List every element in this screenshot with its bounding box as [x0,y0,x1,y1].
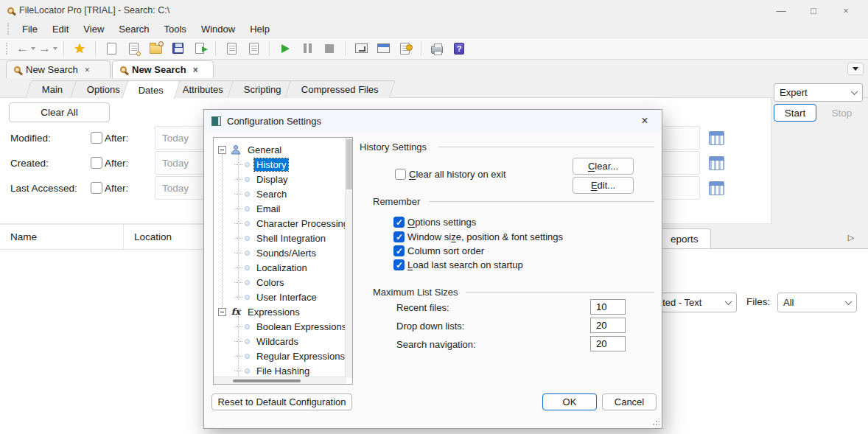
open-criteria-button[interactable] [124,40,143,57]
help-button[interactable]: ? [449,40,469,57]
recent-files-input[interactable] [590,299,626,315]
tab-compressed-files[interactable]: Compressed Files [284,80,396,98]
maximize-button[interactable]: □ [797,0,830,21]
open-button[interactable] [146,40,165,57]
tree-node-file-hashing[interactable]: File Hashing [214,363,345,378]
collapse-icon[interactable] [218,308,226,316]
menu-view[interactable]: View [76,22,111,36]
tree-node-search[interactable]: Search [214,186,345,201]
report-format-combobox[interactable]: ated - Text [651,293,737,312]
menu-window[interactable]: Window [194,22,242,36]
tree-node-general[interactable]: General [214,142,345,157]
new-search-button[interactable] [102,40,121,57]
search-tab-1[interactable]: New Search × [6,60,111,78]
tab-overflow-button[interactable] [847,63,864,75]
modified-label: Modified: [10,133,99,144]
menu-tools[interactable]: Tools [157,22,194,36]
tab-close-icon[interactable]: × [193,65,198,75]
tree-vertical-scrollbar[interactable] [345,138,352,378]
files-combobox[interactable]: All [777,293,857,312]
preview-boxed-button[interactable] [244,40,263,57]
back-button[interactable]: ← [16,40,35,57]
search-mode-combobox[interactable]: Expert [774,83,863,102]
reset-default-configuration-button[interactable]: Reset to Default Configuration [211,393,352,410]
menu-help[interactable]: Help [242,22,277,36]
ok-button[interactable]: OK [542,393,597,410]
start-button[interactable]: Start [774,104,816,122]
scrollbar-thumb[interactable] [346,139,352,189]
modified-after-checkbox[interactable] [91,132,102,144]
toggle-results-button[interactable] [351,40,371,57]
menu-edit[interactable]: Edit [45,22,76,36]
clear-button[interactable]: Clear... [573,158,634,175]
expand-panel-button[interactable]: ▷ [844,231,858,244]
search-navigation-input[interactable] [590,336,626,351]
recent-files-label: Recent files: [396,302,449,313]
load-last-search-checkbox[interactable] [393,259,405,270]
start-search-toolbar-button[interactable] [276,40,295,57]
column-header-name[interactable]: Name [0,225,124,249]
export-button[interactable] [190,40,209,57]
layout-button[interactable] [374,40,393,57]
stop-button[interactable]: Stop [821,104,863,122]
tree-node-colors[interactable]: Colors [214,275,345,290]
forward-button[interactable]: → [38,40,57,57]
created-after: After: [91,157,128,169]
tab-close-icon[interactable]: × [85,65,90,75]
save-button[interactable] [168,40,187,57]
options-settings-checkbox[interactable] [393,217,405,228]
clear-all-button[interactable]: Clear All [9,102,110,122]
tree-node-localization[interactable]: Localization [214,260,345,275]
tree-node-user-interface[interactable]: User Interface [214,290,345,304]
tree-node-expressions[interactable]: fx Expressions [214,304,345,319]
dialog-close-button[interactable]: × [637,113,653,128]
last-accessed-calendar-icon[interactable] [709,181,724,195]
drop-down-lists-input[interactable] [590,318,626,333]
minimize-button[interactable]: — [765,0,797,21]
tree-node-character-processing[interactable]: Character Processing [214,216,345,231]
dialog-title-bar: Configuration Settings [204,110,662,132]
collapse-icon[interactable] [218,146,226,154]
tree-node-history[interactable]: History [214,157,345,172]
stop-search-button[interactable] [320,40,339,57]
tree-node-wildcards[interactable]: Wildcards [214,334,345,349]
report-options-button[interactable] [396,40,415,57]
reports-tab[interactable]: eports [658,228,711,249]
remember-group-label: Remember [373,196,420,207]
configuration-settings-dialog: Configuration Settings × General History… [203,109,662,429]
tree-node-email[interactable]: Email [214,201,345,216]
created-after-checkbox[interactable] [91,157,102,169]
edit-button[interactable]: Edit... [573,177,634,194]
bullet-icon [245,251,250,256]
clear-history-checkbox[interactable] [395,169,406,180]
tree-node-regular-expressions[interactable]: Regular Expressions [214,349,345,363]
pause-search-button[interactable] [298,40,317,57]
modified-after: After: [91,132,128,144]
back-arrow-icon: ← [16,42,29,55]
favorites-button[interactable]: ★ [70,40,89,57]
last-accessed-after-checkbox[interactable] [91,182,102,194]
scrollbar-thumb[interactable] [233,379,301,382]
tab-dates[interactable]: Dates [122,80,181,99]
window-size-label: Window size, position & font settings [407,231,563,242]
search-tab-strip: New Search × New Search × [0,60,868,78]
menu-file[interactable]: File [15,22,45,36]
created-calendar-icon[interactable] [709,156,724,170]
tree-horizontal-scrollbar[interactable] [214,377,346,384]
group-line [429,201,654,202]
cancel-button[interactable]: Cancel [602,393,657,410]
resize-grip[interactable] [652,419,659,426]
window-size-checkbox[interactable] [393,231,405,242]
tree-node-boolean-expressions[interactable]: Boolean Expressions [214,319,345,334]
print-button[interactable] [427,40,447,57]
column-sort-checkbox[interactable] [393,245,405,256]
tree-node-sounds-alerts[interactable]: Sounds/Alerts [214,245,345,260]
preview-document-button[interactable] [222,40,241,57]
tree-node-display[interactable]: Display [214,172,345,186]
modified-calendar-icon[interactable] [709,131,724,145]
menu-search[interactable]: Search [111,22,156,36]
close-button[interactable]: × [830,0,862,21]
search-tab-2-active[interactable]: New Search × [112,60,214,78]
new-document-icon [107,43,116,55]
tree-node-shell-integration[interactable]: Shell Integration [214,231,345,245]
